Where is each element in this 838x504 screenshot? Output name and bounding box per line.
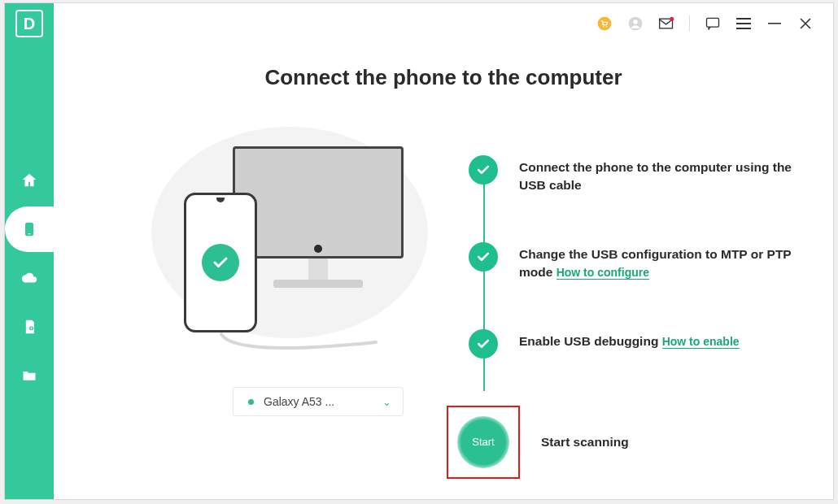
nav-folder[interactable] [5,353,54,398]
svg-rect-1 [28,233,30,234]
start-highlight-box: Start [447,406,520,479]
nav-home[interactable] [5,158,54,203]
check-icon [211,253,230,272]
monitor-illustration [233,146,404,288]
step-2-text: Change the USB configuration to MTP or P… [519,242,796,282]
how-to-enable-link[interactable]: How to enable [662,335,740,349]
step-check-icon [469,155,498,185]
nav-sdcard[interactable] [5,304,54,350]
cloud-icon [20,269,38,287]
status-dot [248,399,254,405]
device-name: Galaxy A53 ... [264,395,334,408]
sidebar: D [5,3,54,499]
logo-letter: D [15,10,43,37]
main-content: Connect the phone to the computer [54,3,833,499]
start-button-label: Start [463,422,504,463]
cable-illustration [216,332,379,357]
page-title: Connect the phone to the computer [78,65,809,90]
nav-cloud[interactable] [5,255,54,301]
device-selector[interactable]: Galaxy A53 ... ⌄ [233,387,404,416]
step-2: Change the USB configuration to MTP or P… [493,242,796,282]
phone-icon [21,220,37,238]
phone-illustration [184,193,257,332]
step-check-icon [469,242,498,272]
start-button[interactable]: Start [457,416,509,468]
phone-check-icon [202,244,239,281]
app-logo: D [5,3,54,44]
svg-rect-3 [31,328,33,329]
step-1: Connect the phone to the computer using … [493,155,796,195]
sdcard-icon [21,318,37,336]
connection-illustration: Galaxy A53 ... ⌄ [127,139,436,479]
steps-list: Connect the phone to the computer using … [469,139,796,479]
step-check-icon [469,329,498,358]
step-start: Start Start scanning [493,406,796,479]
step-3-label: Enable USB debugging [519,334,662,348]
step-1-text: Connect the phone to the computer using … [519,155,796,195]
folder-icon [20,367,38,384]
step-3: Enable USB debugging How to enable [493,329,796,358]
nav-phone[interactable] [5,206,54,252]
home-icon [20,172,38,189]
step-3-text: Enable USB debugging How to enable [519,329,740,350]
start-scanning-text: Start scanning [541,435,629,450]
how-to-configure-link[interactable]: How to configure [556,266,649,280]
chevron-down-icon: ⌄ [382,396,391,408]
